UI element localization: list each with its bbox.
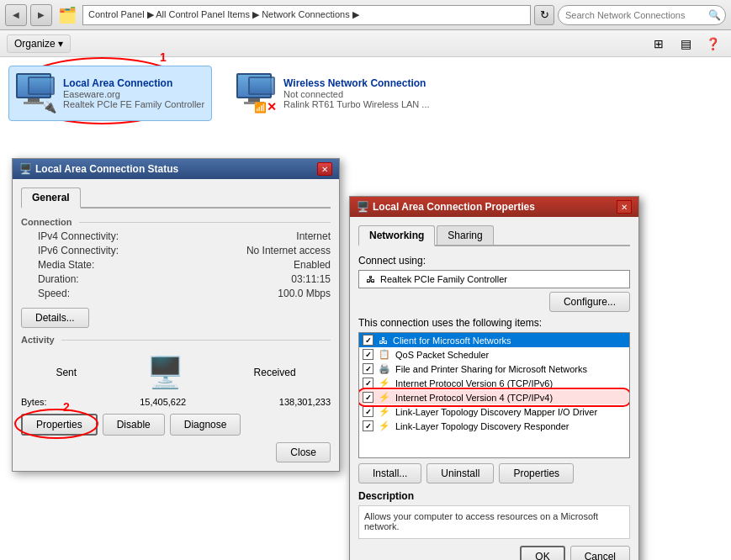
speed-value: 100.0 Mbps <box>278 288 331 299</box>
item-1-checkbox[interactable] <box>363 349 373 360</box>
status-tab-bar: General <box>21 188 331 209</box>
ok-button[interactable]: OK <box>520 546 564 560</box>
speed-row: Speed: 100.0 Mbps <box>21 288 331 299</box>
item-6-label: Link-Layer Topology Discovery Responder <box>395 421 569 431</box>
activity-label: Activity <box>21 335 55 345</box>
adapter-box: 🖧 Realtek PCIe Family Controller <box>358 270 630 288</box>
tab-general[interactable]: General <box>21 188 81 209</box>
network-icon-3: ⚡ <box>379 378 390 388</box>
local-area-connection-icon: 🔌 <box>16 73 56 114</box>
local-area-connection-info: Local Area Connection Easeware.org Realt… <box>63 77 204 109</box>
item-ipv6[interactable]: ⚡ Internet Protocol Version 6 (TCP/IPv6) <box>359 376 629 390</box>
status-dialog-icon: 🖥️ <box>19 163 32 175</box>
help-icon: ❓ <box>706 37 720 50</box>
wireless-connection-info: Wireless Network Connection Not connecte… <box>283 77 429 109</box>
install-button[interactable]: Install... <box>358 463 421 483</box>
connection-section: Connection IPv4 Connectivity: Internet I… <box>21 217 331 299</box>
status-close-area: Close <box>21 442 331 462</box>
local-area-connection-item[interactable]: 🔌 Local Area Connection Easeware.org Rea… <box>8 66 212 121</box>
back-button[interactable]: ◀ <box>5 4 27 26</box>
toolbar: Organize ▾ ⊞ ▤ ❓ <box>0 30 731 57</box>
ipv6-label: IPv6 Connectivity: <box>38 245 119 256</box>
item-lltdm[interactable]: ⚡ Link-Layer Topology Discovery Mapper I… <box>359 404 629 419</box>
sent-bytes: 15,405,622 <box>140 397 186 407</box>
install-buttons-row: Install... Uninstall Properties <box>358 463 630 483</box>
item-4-checkbox[interactable] <box>363 392 373 403</box>
configure-button[interactable]: Configure... <box>549 292 630 312</box>
status-close-button[interactable]: Close <box>276 442 331 462</box>
uninstall-button[interactable]: Uninstall <box>426 463 494 483</box>
details-button[interactable]: Details... <box>21 308 89 328</box>
disable-button[interactable]: Disable <box>103 414 165 436</box>
item-2-checkbox[interactable] <box>363 363 373 374</box>
search-container: 🔍 <box>558 5 726 25</box>
connect-using-section: Connect using: 🖧 Realtek PCIe Family Con… <box>358 255 630 312</box>
toolbar-right: ⊞ ▤ ❓ <box>647 32 724 55</box>
item-0-checkbox[interactable] <box>363 335 373 346</box>
status-dialog-body: General Connection IPv4 Connectivity: In… <box>13 179 339 471</box>
preview-icon: ▤ <box>681 37 691 50</box>
search-input[interactable] <box>558 5 726 25</box>
item-4-label: Internet Protocol Version 4 (TCP/IPv4) <box>395 393 553 403</box>
props-dialog-title: Local Area Connection Properties <box>373 201 535 213</box>
ipv6-value: No Internet access <box>246 245 331 256</box>
network-icon-6: ⚡ <box>379 420 390 431</box>
item-3-checkbox[interactable] <box>363 378 373 388</box>
duration-value: 03:11:15 <box>291 273 331 285</box>
status-dialog-title: Local Area Connection Status <box>35 163 178 175</box>
connection-label: Connection <box>21 217 72 227</box>
diagnose-button[interactable]: Diagnose <box>170 414 241 436</box>
item-2-label: File and Printer Sharing for Microsoft N… <box>395 364 587 374</box>
forward-button[interactable]: ▶ <box>30 4 52 26</box>
item-client-microsoft[interactable]: 🖧 Client for Microsoft Networks <box>359 333 629 347</box>
cancel-button[interactable]: Cancel <box>570 546 630 560</box>
items-list-label: This connection uses the following items… <box>358 317 630 329</box>
status-close-x-button[interactable]: ✕ <box>317 162 332 176</box>
props-dialog-body: Networking Sharing Connect using: 🖧 Real… <box>350 217 638 560</box>
item-file-printer[interactable]: 🖨️ File and Printer Sharing for Microsof… <box>359 362 629 376</box>
show-preview-button[interactable]: ▤ <box>674 32 697 55</box>
ipv4-label: IPv4 Connectivity: <box>38 230 119 242</box>
status-dialog-titlebar: 🖥️ Local Area Connection Status ✕ <box>13 159 339 179</box>
view-icon: ⊞ <box>654 37 664 50</box>
content-area: 1 🔌 Local Area Connection Easeware.org <box>0 57 731 535</box>
network-activity-icon: 🖥️ <box>146 355 184 390</box>
speed-label: Speed: <box>38 288 70 299</box>
refresh-icon: ↻ <box>540 8 549 21</box>
wireless-connection-item[interactable]: ✕ 📶 Wireless Network Connection Not conn… <box>229 66 437 121</box>
item-properties-button[interactable]: Properties <box>499 463 574 483</box>
tab-networking[interactable]: Networking <box>358 225 435 246</box>
network-icon-4: ⚡ <box>379 392 390 403</box>
activity-area: Sent 🖥️ Received <box>21 348 331 397</box>
item-lltdr[interactable]: ⚡ Link-Layer Topology Discovery Responde… <box>359 419 629 433</box>
wireless-connection-detail1: Not connected <box>283 89 429 99</box>
wireless-connection-detail2: Ralink RT61 Turbo Wireless LAN ... <box>283 99 429 109</box>
items-list: 🖧 Client for Microsoft Networks 📋 QoS Pa… <box>358 332 630 458</box>
folder-icon: 🗂️ <box>58 6 77 24</box>
help-button[interactable]: ❓ <box>701 32 724 55</box>
props-close-button[interactable]: ✕ <box>617 200 632 214</box>
status-action-buttons: Properties Disable Diagnose <box>21 414 331 436</box>
bytes-row: Bytes: 15,405,622 138,301,233 <box>21 397 331 407</box>
view-options-button[interactable]: ⊞ <box>647 32 670 55</box>
local-area-connection-detail2: Realtek PCIe FE Family Controller <box>63 99 204 109</box>
network-icon-2: 🖨️ <box>379 363 390 374</box>
network-icon-5: ⚡ <box>379 406 390 417</box>
tab-sharing[interactable]: Sharing <box>437 225 493 245</box>
description-text: Allows your computer to access resources… <box>358 505 630 539</box>
duration-label: Duration: <box>38 273 79 285</box>
organize-button[interactable]: Organize ▾ <box>7 34 71 53</box>
refresh-button[interactable]: ↻ <box>534 5 554 25</box>
bytes-label: Bytes: <box>21 397 47 407</box>
media-state-row: Media State: Enabled <box>21 259 331 271</box>
item-6-checkbox[interactable] <box>363 420 373 431</box>
item-ipv4[interactable]: ⚡ Internet Protocol Version 4 (TCP/IPv4)… <box>359 390 629 404</box>
bottom-buttons-area: 2 Properties Disable Diagnose <box>21 414 331 436</box>
item-5-label: Link-Layer Topology Discovery Mapper I/O… <box>395 407 597 417</box>
item-5-checkbox[interactable] <box>363 406 373 417</box>
ipv6-row: IPv6 Connectivity: No Internet access <box>21 245 331 256</box>
properties-button[interactable]: Properties <box>21 414 98 436</box>
network-icon-1: 📋 <box>379 349 390 360</box>
item-qos[interactable]: 📋 QoS Packet Scheduler <box>359 347 629 362</box>
breadcrumb[interactable]: Control Panel ▶ All Control Panel Items … <box>82 5 531 25</box>
